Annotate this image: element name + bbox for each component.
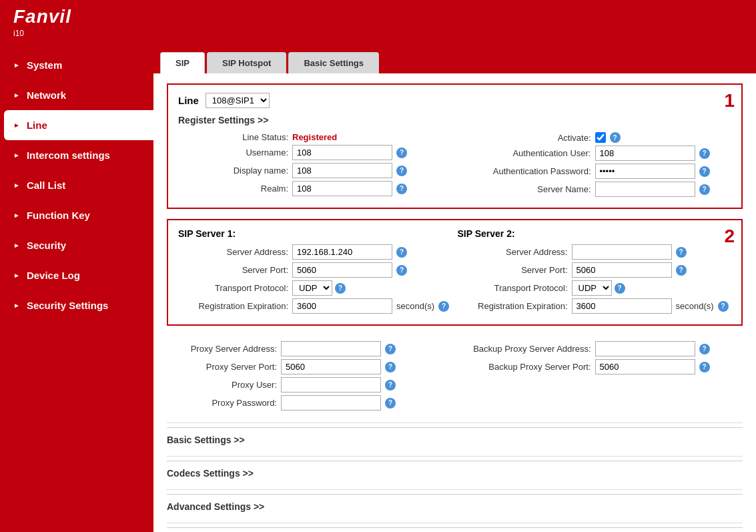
sidebar-item-intercom[interactable]: ► Intercom settings [0, 140, 153, 170]
codecs-settings-heading[interactable]: Codecs Settings >> [167, 461, 743, 485]
backup-proxy-address-label: Backup Proxy Server Address: [458, 344, 591, 354]
s1-expiration-help-icon[interactable]: ? [438, 301, 449, 312]
arrow-icon: ► [13, 272, 20, 279]
activate-checkbox[interactable] [595, 132, 606, 143]
s1-transport-label: Transport Protocol: [178, 283, 288, 293]
sidebar-item-network[interactable]: ► Network [0, 80, 153, 110]
proxy-port-label: Proxy Server Port: [167, 362, 277, 372]
backup-proxy-port-help-icon[interactable]: ? [699, 362, 710, 372]
realm-input[interactable] [292, 181, 392, 196]
section-number-1: 1 [724, 90, 735, 111]
arrow-icon: ► [13, 121, 20, 129]
s1-port-label: Server Port: [178, 265, 288, 275]
sidebar-item-securitysettings[interactable]: ► Security Settings [0, 290, 153, 320]
tab-bar: SIP SIP Hotspot Basic Settings [153, 43, 756, 73]
proxy-left: Proxy Server Address: ? Proxy Server Por… [167, 341, 452, 413]
s2-port-label: Server Port: [458, 265, 568, 275]
s2-address-input[interactable] [572, 244, 672, 260]
activate-help-icon[interactable]: ? [610, 132, 621, 143]
proxy-password-input[interactable] [281, 395, 381, 411]
advanced-settings-heading[interactable]: Advanced Settings >> [167, 494, 743, 519]
sidebar-item-line[interactable]: ► Line [4, 110, 153, 140]
s1-transport-select[interactable]: UDPTCPTLS [292, 280, 332, 296]
s1-transport-row: Transport Protocol: UDPTCPTLS ? [178, 280, 452, 296]
s1-address-label: Server Address: [178, 247, 288, 257]
auth-password-label: Authentication Password: [458, 166, 591, 176]
arrow-icon: ► [13, 212, 20, 219]
proxy-address-row: Proxy Server Address: ? [167, 341, 452, 356]
sip-servers-grid: SIP Server 1: Server Address: ? Server P… [178, 228, 731, 316]
sidebar-item-calllist[interactable]: ► Call List [0, 170, 153, 200]
auth-user-help-icon[interactable]: ? [699, 148, 710, 159]
logo: Fanvil i10 [13, 6, 71, 38]
basic-settings-heading[interactable]: Basic Settings >> [167, 427, 743, 452]
auth-password-input[interactable] [595, 164, 695, 179]
backup-proxy-address-help-icon[interactable]: ? [699, 344, 710, 354]
proxy-user-label: Proxy User: [167, 380, 277, 390]
username-help-icon[interactable]: ? [396, 148, 407, 158]
line-status-row: Line Status: Registered [178, 132, 452, 142]
arrow-icon: ► [13, 152, 20, 159]
sip-server1-title: SIP Server 1: [178, 228, 452, 239]
main-layout: ► System ► Network ► Line ► Intercom set… [0, 43, 756, 532]
tab-sip[interactable]: SIP [160, 52, 205, 73]
proxy-address-help-icon[interactable]: ? [385, 344, 396, 354]
s1-port-help-icon[interactable]: ? [396, 265, 407, 276]
arrow-icon: ► [13, 242, 20, 249]
auth-password-help-icon[interactable]: ? [699, 166, 710, 177]
proxy-user-input[interactable] [281, 377, 381, 392]
sidebar-item-functionkey[interactable]: ► Function Key [0, 200, 153, 230]
proxy-user-help-icon[interactable]: ? [385, 380, 396, 390]
s2-transport-select[interactable]: UDPTCPTLS [572, 280, 612, 296]
displayname-input[interactable] [292, 163, 392, 178]
proxy-grid: Proxy Server Address: ? Proxy Server Por… [167, 341, 743, 413]
displayname-row: Display name: ? [178, 163, 452, 178]
s2-address-help-icon[interactable]: ? [676, 247, 687, 258]
sidebar-item-devicelog[interactable]: ► Device Log [0, 260, 153, 290]
s1-address-input[interactable] [292, 244, 392, 260]
sidebar: ► System ► Network ► Line ► Intercom set… [0, 43, 153, 532]
s2-expiration-help-icon[interactable]: ? [718, 301, 729, 312]
sipglobal-settings-heading[interactable]: SIP Global Settings >> [167, 527, 743, 532]
proxy-right: Backup Proxy Server Address: ? Backup Pr… [458, 341, 743, 413]
s1-expiration-label: Registration Expiration: [178, 301, 288, 311]
content-area: SIP SIP Hotspot Basic Settings 1 Line 10… [153, 43, 756, 532]
s1-address-help-icon[interactable]: ? [396, 247, 407, 258]
proxy-port-input[interactable] [281, 359, 381, 374]
s2-port-input[interactable] [572, 262, 672, 278]
s2-port-help-icon[interactable]: ? [676, 265, 687, 276]
page-content: 1 Line 108@SIP1 108@SIP2 Register Settin… [153, 73, 756, 532]
s2-expiration-input[interactable] [572, 298, 672, 314]
register-right-col: Activate: ? Authentication User: ? Authe… [458, 132, 732, 200]
line-header: Line 108@SIP1 108@SIP2 [178, 93, 731, 108]
sip-server2-title: SIP Server 2: [458, 228, 732, 239]
sidebar-item-system[interactable]: ► System [0, 50, 153, 80]
arrow-icon: ► [13, 302, 20, 309]
arrow-icon: ► [13, 91, 20, 99]
sidebar-item-security[interactable]: ► Security [0, 230, 153, 260]
sip-server1: SIP Server 1: Server Address: ? Server P… [178, 228, 452, 316]
backup-proxy-port-input[interactable] [595, 359, 695, 374]
line-selector[interactable]: 108@SIP1 108@SIP2 [206, 93, 270, 108]
backup-proxy-address-input[interactable] [595, 341, 695, 356]
username-input[interactable] [292, 145, 392, 160]
s1-transport-help-icon[interactable]: ? [335, 283, 346, 294]
tab-siphotspot[interactable]: SIP Hotspot [207, 52, 286, 73]
proxy-user-row: Proxy User: ? [167, 377, 452, 392]
proxy-port-help-icon[interactable]: ? [385, 362, 396, 372]
s2-transport-select-wrapper: UDPTCPTLS ? [572, 280, 625, 296]
s1-port-input[interactable] [292, 262, 392, 278]
server-name-input[interactable] [595, 182, 695, 197]
realm-help-icon[interactable]: ? [396, 184, 407, 194]
s1-address-row: Server Address: ? [178, 244, 452, 260]
server-name-help-icon[interactable]: ? [699, 184, 710, 195]
s1-expiration-input[interactable] [292, 298, 392, 314]
s2-transport-help-icon[interactable]: ? [615, 283, 625, 294]
auth-user-input[interactable] [595, 146, 695, 161]
tab-basicsettings[interactable]: Basic Settings [288, 52, 379, 73]
realm-row: Realm: ? [178, 181, 452, 196]
displayname-help-icon[interactable]: ? [396, 166, 407, 176]
proxy-password-help-icon[interactable]: ? [385, 398, 396, 409]
s2-transport-row: Transport Protocol: UDPTCPTLS ? [458, 280, 732, 296]
proxy-address-input[interactable] [281, 341, 381, 356]
